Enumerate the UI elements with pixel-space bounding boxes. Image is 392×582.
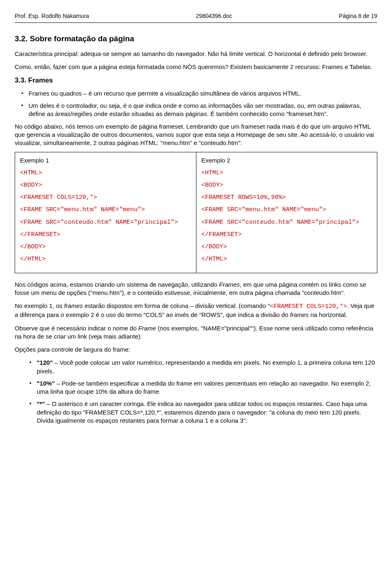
post-p2-i2: frames [290, 311, 309, 318]
frame-width-options: "120" – Você pode colocar um valor numér… [15, 359, 377, 425]
header-center: 29804396.doc [196, 12, 232, 20]
ex1-line3: <FRAMESET COLS=120,*> [20, 194, 191, 202]
post-p1-i: Frames [219, 281, 240, 288]
ex2-line2: <BODY> [201, 181, 372, 190]
ex1-line8: </HTML> [20, 255, 191, 263]
post-p2-i1: frames [64, 302, 83, 309]
sec32-p2: Como, então, fazer com que a página este… [15, 63, 377, 71]
opt2-label: "10%" [37, 380, 55, 387]
example-2-column: Exemplo 2 <HTML> <BODY> <FRAMESET ROWS=1… [196, 152, 377, 272]
ex2-line8: </HTML> [201, 255, 372, 263]
ex2-line3: <FRAMESET ROWS=10%,90%> [201, 194, 372, 202]
post-p2-a: No exemplo 1, os [15, 302, 64, 309]
ex1-line7: </BODY> [20, 243, 191, 251]
post-p3-i: Frame [138, 325, 156, 332]
frames-bullet-1: Frames ou quadros – é um recurso que per… [15, 89, 377, 98]
ex2-line7: </BODY> [201, 243, 372, 251]
page-header: Prof. Esp. Rodolfo Nakamura 29804396.doc… [15, 12, 377, 20]
opt3-desc: – O asterisco é um caracter coringa. Ele… [37, 400, 367, 424]
ex2-line4: <FRAME SRC="menu.htm" NAME="menu"> [201, 206, 372, 214]
post-p2-c: estarão dispostos em forma de coluna – d… [83, 302, 270, 309]
option-asterisk: "*" – O asterisco é um caracter coringa.… [15, 400, 377, 425]
post-p3: Observe que é necessário indicar o nome … [15, 324, 377, 341]
example-1-title: Exemplo 1 [20, 156, 191, 165]
sec32-p1: Característica principal: adequa-se semp… [15, 50, 377, 58]
ex1-line6: </FRAMESET> [20, 231, 191, 239]
ex1-line4: <FRAME SRC="menu.htm" NAME="menu"> [20, 206, 191, 214]
post-p1: Nos códigos acima, estamos criando um si… [15, 281, 377, 297]
option-120: "120" – Você pode colocar um valor numér… [15, 359, 377, 375]
post-p4: Opções para controle de largura do frame… [15, 346, 377, 354]
sec33-paragraph: No código abaixo, nós temos um exemplo d… [15, 123, 377, 147]
example-2-title: Exemplo 2 [201, 156, 372, 165]
post-p2-cmd: <FRAMESET COLS=120,*> [270, 303, 347, 310]
opt1-desc: – Você pode colocar um valor numérico, r… [37, 359, 375, 374]
option-10pct: "10%" – Pode-se também especificar a med… [15, 379, 377, 396]
ex2-line6: </FRAMESET> [201, 231, 372, 239]
opt3-label: "*" [37, 400, 45, 407]
ex1-line2: <BODY> [20, 181, 191, 190]
frames-bullet-list: Frames ou quadros – é um recurso que per… [15, 89, 377, 118]
ex1-line5: <FRAME SRC="conteudo.htm" NAME="principa… [20, 219, 191, 227]
opt2-desc: – Pode-se também especificar a medida do… [37, 380, 371, 395]
opt1-label: "120" [37, 359, 53, 366]
post-p2-f: na horizontal. [309, 311, 347, 318]
ex1-line1: <HTML> [20, 169, 191, 177]
section-3-3-title: 3.3. Frames [15, 76, 377, 85]
post-p1-a: Nos códigos acima, estamos criando um si… [15, 281, 219, 288]
post-p3-a: Observe que é necessário indicar o nome … [15, 325, 138, 332]
examples-table: Exemplo 1 <HTML> <BODY> <FRAMESET COLS=1… [15, 152, 377, 273]
ex2-line5: <FRAME SRC="conteudo.htm" NAME="principa… [201, 219, 372, 227]
header-right: Página 8 de 19 [339, 12, 377, 20]
example-1-column: Exemplo 1 <HTML> <BODY> <FRAMESET COLS=1… [15, 152, 196, 272]
frames-bullet-2: Um deles é o controlador, ou seja, é o q… [15, 102, 377, 118]
post-p2: No exemplo 1, os frames estarão disposto… [15, 302, 377, 319]
ex2-line1: <HTML> [201, 169, 372, 177]
header-divider [15, 22, 377, 23]
section-3-2-title: 3.2. Sobre formatação da página [15, 33, 377, 44]
header-left: Prof. Esp. Rodolfo Nakamura [15, 12, 89, 20]
